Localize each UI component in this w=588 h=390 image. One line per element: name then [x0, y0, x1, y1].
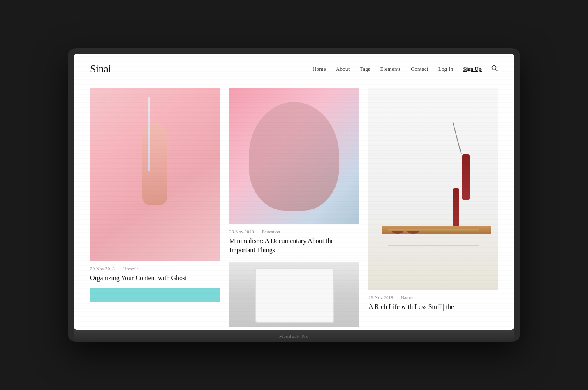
post-dot-3: .: [396, 295, 398, 300]
site-header: Sinai Home About Tags Elements Contact L…: [74, 54, 514, 84]
main-content: 29.Nov.2018 . Lifestyle Organizing Your …: [74, 84, 514, 330]
post-date-2: 29.Nov.2018: [229, 229, 254, 234]
laptop-screen: Sinai Home About Tags Elements Contact L…: [74, 54, 514, 330]
pink-hand-image: [90, 88, 220, 261]
nav-home[interactable]: Home: [313, 66, 326, 72]
post-title-2[interactable]: Minimalism: A Documentary About the Impo…: [229, 237, 359, 255]
post-card-2: 29.Nov.2018 . Education Minimalism: A Do…: [229, 88, 359, 255]
post-card-4: [229, 262, 359, 327]
search-button[interactable]: [491, 65, 498, 73]
post-image-4[interactable]: [229, 262, 359, 327]
post-category-1: Lifestyle: [123, 266, 139, 271]
post-meta-1: 29.Nov.2018 . Lifestyle: [90, 266, 220, 271]
post-meta-3: 29.Nov.2018 . Nature: [368, 295, 498, 300]
main-nav: Home About Tags Elements Contact Log In …: [313, 65, 498, 73]
svg-line-1: [496, 70, 498, 71]
read-more-bar-1[interactable]: [90, 288, 220, 302]
nav-signup[interactable]: Sign Up: [463, 66, 482, 72]
post-date-3: 29.Nov.2018: [368, 295, 393, 300]
search-icon: [491, 65, 498, 72]
nav-login[interactable]: Log In: [438, 66, 454, 72]
post-dot-1: .: [118, 266, 119, 271]
post-image-2[interactable]: [229, 88, 359, 224]
post-date-1: 29.Nov.2018: [90, 266, 115, 271]
post-meta-2: 29.Nov.2018 . Education: [229, 229, 359, 234]
laptop-frame: Sinai Home About Tags Elements Contact L…: [68, 48, 520, 342]
white-door-image: [229, 262, 359, 327]
post-title-1[interactable]: Organizing Your Content with Ghost: [90, 274, 220, 283]
post-card-1: 29.Nov.2018 . Lifestyle Organizing Your …: [90, 88, 220, 327]
nav-contact[interactable]: Contact: [411, 66, 428, 72]
post-card-3: 29.Nov.2018 . Nature A Rich Life with Le…: [368, 88, 498, 327]
post-title-3[interactable]: A Rich Life with Less Stuff | the: [368, 302, 498, 311]
vase-decoration: [462, 154, 470, 200]
post-dot-2: .: [257, 229, 259, 234]
post-image-3[interactable]: [368, 88, 498, 290]
column-2: 29.Nov.2018 . Education Minimalism: A Do…: [229, 88, 359, 327]
cup-2: [407, 230, 419, 234]
branch-decoration: [452, 122, 462, 154]
cup-1: [392, 230, 403, 234]
site-logo[interactable]: Sinai: [90, 63, 111, 75]
headphones-image: [229, 88, 359, 224]
post-category-3: Nature: [401, 295, 413, 300]
macbook-label: MacBook Pro: [279, 334, 309, 339]
laptop-base: MacBook Pro: [74, 330, 514, 342]
post-category-2: Education: [262, 229, 280, 234]
post-image-1[interactable]: [90, 88, 220, 261]
nav-about[interactable]: About: [336, 66, 350, 72]
blog-page: Sinai Home About Tags Elements Contact L…: [74, 54, 514, 330]
nav-tags[interactable]: Tags: [360, 66, 370, 72]
nav-elements[interactable]: Elements: [380, 66, 401, 72]
vase-image: [368, 88, 498, 290]
posts-grid: 29.Nov.2018 . Lifestyle Organizing Your …: [90, 88, 498, 321]
